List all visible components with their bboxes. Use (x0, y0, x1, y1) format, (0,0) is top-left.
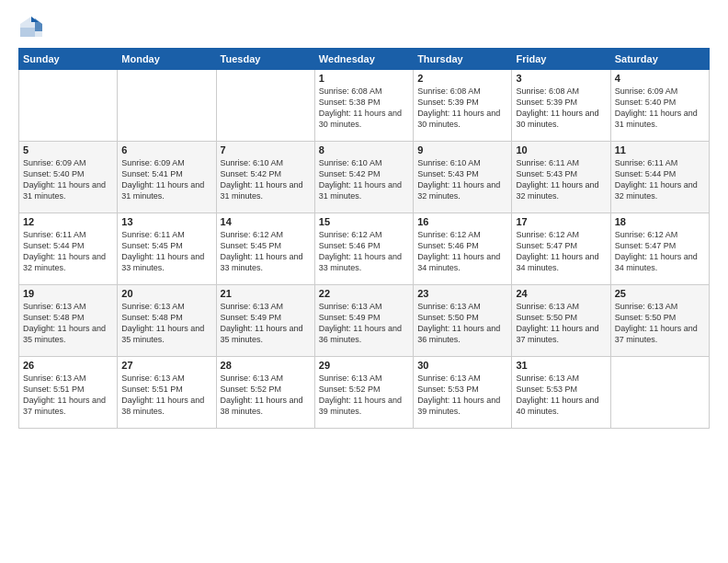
day-number: 12 (23, 216, 113, 227)
calendar-week-row: 5Sunrise: 6:09 AMSunset: 5:40 PMDaylight… (19, 142, 710, 213)
day-detail: Sunrise: 6:13 AMSunset: 5:52 PMDaylight:… (221, 373, 311, 418)
day-number: 27 (121, 360, 211, 371)
calendar-day-27: 27Sunrise: 6:13 AMSunset: 5:51 PMDayligh… (118, 357, 216, 429)
calendar-day-empty (216, 70, 314, 142)
day-detail: Sunrise: 6:13 AMSunset: 5:49 PMDaylight:… (221, 301, 311, 346)
day-number: 19 (23, 288, 113, 299)
day-number: 2 (417, 73, 507, 84)
day-number: 25 (615, 288, 705, 299)
calendar-day-empty (118, 70, 216, 142)
calendar-day-7: 7Sunrise: 6:10 AMSunset: 5:42 PMDaylight… (216, 142, 314, 213)
day-number: 13 (121, 216, 211, 227)
calendar-day-18: 18Sunrise: 6:12 AMSunset: 5:47 PMDayligh… (610, 213, 709, 285)
day-number: 8 (319, 144, 409, 155)
day-detail: Sunrise: 6:13 AMSunset: 5:48 PMDaylight:… (23, 301, 113, 346)
calendar-day-16: 16Sunrise: 6:12 AMSunset: 5:46 PMDayligh… (414, 213, 512, 285)
calendar-day-14: 14Sunrise: 6:12 AMSunset: 5:45 PMDayligh… (216, 213, 314, 285)
day-number: 9 (417, 144, 507, 155)
day-detail: Sunrise: 6:12 AMSunset: 5:46 PMDaylight:… (417, 229, 507, 274)
day-detail: Sunrise: 6:13 AMSunset: 5:52 PMDaylight:… (319, 373, 409, 418)
calendar-day-28: 28Sunrise: 6:13 AMSunset: 5:52 PMDayligh… (216, 357, 314, 429)
day-number: 10 (516, 144, 606, 155)
day-number: 5 (23, 144, 113, 155)
weekday-header-wednesday: Wednesday (314, 49, 413, 70)
day-detail: Sunrise: 6:09 AMSunset: 5:40 PMDaylight:… (23, 157, 113, 202)
day-detail: Sunrise: 6:11 AMSunset: 5:43 PMDaylight:… (516, 157, 606, 202)
day-detail: Sunrise: 6:12 AMSunset: 5:46 PMDaylight:… (319, 229, 409, 274)
calendar-day-empty (19, 70, 118, 142)
day-number: 11 (615, 144, 705, 155)
day-number: 4 (615, 73, 705, 84)
calendar-day-12: 12Sunrise: 6:11 AMSunset: 5:44 PMDayligh… (19, 213, 118, 285)
calendar-day-24: 24Sunrise: 6:13 AMSunset: 5:50 PMDayligh… (512, 285, 610, 357)
day-detail: Sunrise: 6:13 AMSunset: 5:50 PMDaylight:… (516, 301, 606, 346)
logo (18, 15, 48, 40)
page-header (18, 15, 710, 40)
calendar-day-17: 17Sunrise: 6:12 AMSunset: 5:47 PMDayligh… (512, 213, 610, 285)
day-detail: Sunrise: 6:08 AMSunset: 5:38 PMDaylight:… (319, 86, 409, 131)
weekday-header-tuesday: Tuesday (216, 49, 314, 70)
calendar-day-1: 1Sunrise: 6:08 AMSunset: 5:38 PMDaylight… (314, 70, 413, 142)
calendar-day-11: 11Sunrise: 6:11 AMSunset: 5:44 PMDayligh… (610, 142, 709, 213)
calendar-day-10: 10Sunrise: 6:11 AMSunset: 5:43 PMDayligh… (512, 142, 610, 213)
logo-icon (18, 15, 44, 40)
day-detail: Sunrise: 6:13 AMSunset: 5:48 PMDaylight:… (121, 301, 211, 346)
day-number: 22 (319, 288, 409, 299)
calendar-table: SundayMondayTuesdayWednesdayThursdayFrid… (18, 48, 710, 429)
calendar-day-26: 26Sunrise: 6:13 AMSunset: 5:51 PMDayligh… (19, 357, 118, 429)
svg-rect-3 (20, 28, 35, 37)
calendar-day-5: 5Sunrise: 6:09 AMSunset: 5:40 PMDaylight… (19, 142, 118, 213)
day-number: 17 (516, 216, 606, 227)
day-number: 30 (417, 360, 507, 371)
calendar-page: SundayMondayTuesdayWednesdayThursdayFrid… (0, 0, 728, 563)
calendar-day-19: 19Sunrise: 6:13 AMSunset: 5:48 PMDayligh… (19, 285, 118, 357)
day-number: 20 (121, 288, 211, 299)
calendar-day-25: 25Sunrise: 6:13 AMSunset: 5:50 PMDayligh… (610, 285, 709, 357)
day-number: 24 (516, 288, 606, 299)
weekday-header-sunday: Sunday (19, 49, 118, 70)
weekday-header-saturday: Saturday (610, 49, 709, 70)
calendar-week-row: 12Sunrise: 6:11 AMSunset: 5:44 PMDayligh… (19, 213, 710, 285)
calendar-day-9: 9Sunrise: 6:10 AMSunset: 5:43 PMDaylight… (414, 142, 512, 213)
calendar-day-21: 21Sunrise: 6:13 AMSunset: 5:49 PMDayligh… (216, 285, 314, 357)
day-detail: Sunrise: 6:09 AMSunset: 5:41 PMDaylight:… (121, 157, 211, 202)
calendar-day-13: 13Sunrise: 6:11 AMSunset: 5:45 PMDayligh… (118, 213, 216, 285)
calendar-day-23: 23Sunrise: 6:13 AMSunset: 5:50 PMDayligh… (414, 285, 512, 357)
calendar-day-15: 15Sunrise: 6:12 AMSunset: 5:46 PMDayligh… (314, 213, 413, 285)
day-detail: Sunrise: 6:13 AMSunset: 5:50 PMDaylight:… (615, 301, 705, 346)
day-number: 6 (121, 144, 211, 155)
calendar-day-30: 30Sunrise: 6:13 AMSunset: 5:53 PMDayligh… (414, 357, 512, 429)
weekday-header-friday: Friday (512, 49, 610, 70)
day-detail: Sunrise: 6:10 AMSunset: 5:42 PMDaylight:… (319, 157, 409, 202)
day-number: 29 (319, 360, 409, 371)
day-number: 18 (615, 216, 705, 227)
day-number: 31 (516, 360, 606, 371)
calendar-day-29: 29Sunrise: 6:13 AMSunset: 5:52 PMDayligh… (314, 357, 413, 429)
calendar-header-row: SundayMondayTuesdayWednesdayThursdayFrid… (19, 49, 710, 70)
day-detail: Sunrise: 6:11 AMSunset: 5:44 PMDaylight:… (23, 229, 113, 274)
day-detail: Sunrise: 6:11 AMSunset: 5:45 PMDaylight:… (121, 229, 211, 274)
calendar-day-31: 31Sunrise: 6:13 AMSunset: 5:53 PMDayligh… (512, 357, 610, 429)
day-detail: Sunrise: 6:13 AMSunset: 5:53 PMDaylight:… (516, 373, 606, 418)
weekday-header-thursday: Thursday (414, 49, 512, 70)
day-detail: Sunrise: 6:13 AMSunset: 5:49 PMDaylight:… (319, 301, 409, 346)
day-number: 3 (516, 73, 606, 84)
day-number: 15 (319, 216, 409, 227)
day-number: 7 (221, 144, 311, 155)
calendar-day-2: 2Sunrise: 6:08 AMSunset: 5:39 PMDaylight… (414, 70, 512, 142)
day-number: 28 (221, 360, 311, 371)
calendar-day-6: 6Sunrise: 6:09 AMSunset: 5:41 PMDaylight… (118, 142, 216, 213)
day-number: 23 (417, 288, 507, 299)
day-number: 26 (23, 360, 113, 371)
day-detail: Sunrise: 6:13 AMSunset: 5:51 PMDaylight:… (121, 373, 211, 418)
day-detail: Sunrise: 6:08 AMSunset: 5:39 PMDaylight:… (516, 86, 606, 131)
day-detail: Sunrise: 6:10 AMSunset: 5:42 PMDaylight:… (221, 157, 311, 202)
day-detail: Sunrise: 6:08 AMSunset: 5:39 PMDaylight:… (417, 86, 507, 131)
day-detail: Sunrise: 6:12 AMSunset: 5:45 PMDaylight:… (221, 229, 311, 274)
day-detail: Sunrise: 6:10 AMSunset: 5:43 PMDaylight:… (417, 157, 507, 202)
day-number: 16 (417, 216, 507, 227)
calendar-day-22: 22Sunrise: 6:13 AMSunset: 5:49 PMDayligh… (314, 285, 413, 357)
calendar-week-row: 19Sunrise: 6:13 AMSunset: 5:48 PMDayligh… (19, 285, 710, 357)
calendar-week-row: 26Sunrise: 6:13 AMSunset: 5:51 PMDayligh… (19, 357, 710, 429)
calendar-day-3: 3Sunrise: 6:08 AMSunset: 5:39 PMDaylight… (512, 70, 610, 142)
